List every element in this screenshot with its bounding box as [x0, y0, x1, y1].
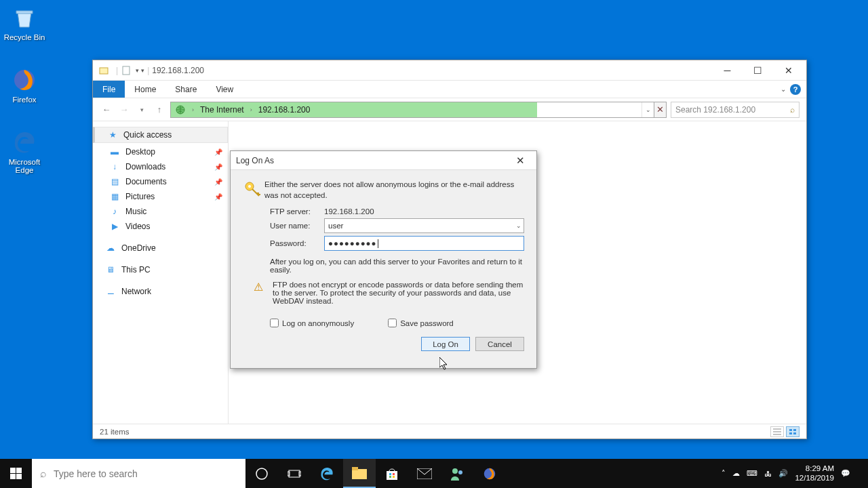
ribbon-expand[interactable]: ⌄ [781, 85, 786, 93]
desktop-icon-firefox[interactable]: Firefox [0, 66, 49, 104]
save-password-checkbox[interactable]: Save password [388, 319, 454, 327]
dialog-title: Log On As [236, 156, 274, 165]
nav-history[interactable]: ▾ [135, 106, 149, 113]
warning-icon: ⚠ [254, 281, 267, 305]
desktop-icon-edge[interactable]: Microsoft Edge [0, 129, 49, 174]
help-icon[interactable]: ? [790, 84, 801, 95]
dialog-note: After you log on, you can add this serve… [270, 258, 524, 274]
svg-rect-7 [793, 432, 796, 434]
app-icon [98, 65, 109, 76]
view-large[interactable] [786, 426, 800, 437]
svg-rect-2 [123, 66, 130, 75]
dialog-titlebar[interactable]: Log On As ✕ [231, 151, 536, 170]
svg-rect-11 [16, 468, 22, 473]
anon-checkbox[interactable]: Log on anonymously [270, 319, 354, 327]
nav-up[interactable]: ↑ [153, 104, 166, 115]
titlebar[interactable]: | ▾ ▾ | 192.168.1.200 ─ ☐ ✕ [93, 60, 806, 81]
tab-share[interactable]: Share [165, 81, 206, 98]
desktop-icon-recycle-bin[interactable]: Recycle Bin [0, 4, 49, 41]
taskbar: ⌕ Type here to search ˄ ☁ ⌨ 🖧 🔊 8:29 AM … [0, 459, 868, 488]
search-placeholder: Search 192.168.1.200 [675, 105, 755, 115]
breadcrumb-root[interactable]: The Internet [196, 102, 248, 117]
username-input[interactable]: user ⌄ [324, 218, 524, 233]
cortana-icon[interactable] [245, 459, 278, 488]
taskview-icon[interactable] [278, 459, 311, 488]
svg-rect-18 [352, 469, 367, 479]
sidebar-item-documents[interactable]: ▤Documents📌 [93, 174, 228, 189]
firefox-icon [11, 66, 38, 94]
svg-rect-13 [16, 474, 22, 479]
server-label: FTP server: [270, 207, 324, 216]
desktop-icon-label: Recycle Bin [4, 33, 45, 41]
sidebar-item-pictures[interactable]: ▦Pictures📌 [93, 189, 228, 204]
nav-back[interactable]: ← [100, 104, 113, 115]
tb-mail-icon[interactable] [408, 459, 441, 488]
tray-volume-icon[interactable]: 🔊 [778, 469, 788, 478]
desktop-icon-label: Microsoft Edge [9, 158, 41, 174]
documents-icon: ▤ [109, 176, 120, 187]
address-dropdown[interactable]: ⌄ [642, 102, 654, 117]
svg-rect-19 [352, 467, 358, 470]
svg-rect-1 [100, 68, 108, 74]
svg-rect-6 [789, 432, 792, 434]
pin-icon: 📌 [214, 178, 222, 186]
close-button[interactable]: ✕ [773, 60, 804, 80]
sidebar-network[interactable]: ⚊Network [93, 284, 228, 299]
sidebar-onedrive[interactable]: ☁OneDrive [93, 241, 228, 256]
sidebar-item-music[interactable]: ♪Music [93, 204, 228, 219]
minimize-button[interactable]: ─ [712, 60, 743, 80]
tray-onedrive-icon[interactable]: ☁ [732, 469, 740, 478]
taskbar-clock[interactable]: 8:29 AM 12/18/2019 [795, 464, 834, 483]
maximize-button[interactable]: ☐ [743, 60, 773, 80]
svg-point-14 [256, 468, 267, 479]
search-box[interactable]: Search 192.168.1.200 ⌕ [671, 102, 800, 118]
desktop-icon: ▬ [109, 146, 120, 157]
recycle-bin-icon [11, 4, 38, 31]
edge-icon [11, 129, 38, 156]
tab-file[interactable]: File [93, 81, 125, 98]
start-button[interactable] [0, 459, 32, 488]
view-details[interactable] [770, 426, 784, 437]
tb-people-icon[interactable] [441, 459, 473, 488]
logon-dialog: Log On As ✕ Either the server does not a… [230, 150, 537, 369]
sidebar-item-videos[interactable]: ▶Videos [93, 219, 228, 234]
pin-icon: 📌 [214, 193, 222, 201]
logon-button[interactable]: Log On [421, 337, 470, 351]
dialog-close[interactable]: ✕ [509, 151, 531, 169]
taskbar-search[interactable]: ⌕ Type here to search [32, 459, 245, 488]
sidebar-item-downloads[interactable]: ↓Downloads📌 [93, 159, 228, 174]
nav-forward[interactable]: → [117, 104, 131, 115]
chevron-down-icon[interactable]: ⌄ [516, 222, 521, 229]
svg-rect-21 [389, 473, 391, 475]
svg-rect-10 [10, 468, 16, 473]
sidebar-quick-access[interactable]: ★ Quick access [93, 127, 228, 143]
tb-store-icon[interactable] [376, 459, 408, 488]
tray-network-icon[interactable]: 🖧 [764, 470, 772, 478]
tab-view[interactable]: View [206, 81, 243, 98]
tray-keyboard-icon[interactable]: ⌨ [747, 469, 757, 478]
svg-rect-20 [387, 471, 397, 480]
search-icon: ⌕ [790, 105, 795, 115]
desktop-icon-label: Firefox [12, 96, 36, 104]
address-bar[interactable]: › The Internet › 192.168.1.200 ⌄ ✕ [170, 102, 667, 118]
window-title: 192.168.1.200 [152, 66, 204, 75]
address-stop[interactable]: ✕ [654, 102, 666, 117]
breadcrumb-location[interactable]: 192.168.1.200 [254, 102, 315, 117]
tb-explorer-icon[interactable] [343, 459, 376, 488]
pictures-icon: ▦ [109, 191, 120, 202]
tab-home[interactable]: Home [125, 81, 165, 98]
search-placeholder: Type here to search [54, 468, 138, 479]
tb-firefox-icon[interactable] [473, 459, 506, 488]
sidebar-this-pc[interactable]: 🖥This PC [93, 262, 228, 277]
action-center-icon[interactable]: 💬 [841, 469, 850, 478]
cancel-button[interactable]: Cancel [475, 337, 524, 351]
svg-rect-24 [393, 476, 395, 478]
tray-overflow[interactable]: ˄ [722, 469, 726, 478]
server-value: 192.168.1.200 [324, 207, 374, 216]
password-input[interactable]: ●●●●●●●●● [324, 236, 524, 251]
status-bar: 21 items [93, 424, 806, 439]
search-icon: ⌕ [40, 468, 47, 480]
key-icon [243, 180, 264, 201]
sidebar-item-desktop[interactable]: ▬Desktop📌 [93, 144, 228, 159]
tb-edge-icon[interactable] [311, 459, 343, 488]
